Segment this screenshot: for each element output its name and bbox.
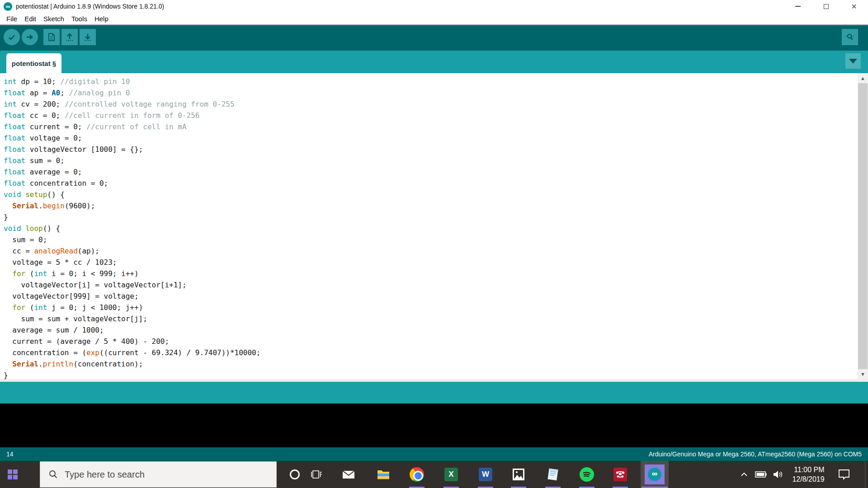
taskbar-app-mendeley[interactable] (607, 461, 634, 488)
tray-time: 11:00 PM (792, 465, 824, 474)
clock[interactable]: 11:00 PM 12/8/2019 (788, 461, 829, 488)
document-icon (47, 33, 56, 42)
console-output (0, 404, 868, 447)
code-line: float voltageVector [1000] = {}; (4, 144, 856, 155)
minimize-button[interactable] (784, 0, 812, 13)
status-line-number: 14 (6, 450, 14, 458)
open-sketch-button[interactable] (61, 29, 78, 45)
taskbar-app-spotify[interactable] (573, 461, 600, 488)
minimize-icon (795, 6, 801, 7)
code-line: float sum = 0; (4, 155, 856, 166)
volume-control[interactable] (769, 461, 787, 488)
code-line: float ap = A0; //analog pin 0 (4, 87, 856, 99)
show-desktop-button[interactable] (865, 461, 868, 488)
new-sketch-button[interactable] (43, 29, 60, 45)
code-line: for (int i = 0; i < 999; i++) (4, 268, 856, 279)
word-icon: W (479, 468, 492, 481)
arduino-app-icon: ∞ (4, 2, 12, 11)
verify-button[interactable] (4, 29, 20, 45)
task-view-icon (311, 469, 322, 480)
scrollbar-thumb[interactable] (858, 83, 868, 369)
taskbar-app-file-explorer[interactable] (370, 461, 397, 488)
code-line: concentration = (exp((current - 69.324) … (4, 347, 856, 358)
notepad-icon (546, 467, 560, 482)
code-text[interactable]: int dp = 10; //digital pin 10float ap = … (4, 76, 856, 381)
code-line: sum = 0; (4, 234, 856, 245)
status-board-info: Arduino/Genuino Mega or Mega 2560, ATmeg… (649, 450, 862, 458)
code-line: Serial.println(concentration); (4, 358, 856, 370)
menu-edit[interactable]: Edit (21, 15, 40, 23)
task-view-button[interactable] (307, 461, 326, 488)
menu-help[interactable]: Help (91, 15, 112, 23)
code-line: void loop() { (4, 223, 856, 234)
code-line: cc = analogRead(ap); (4, 245, 856, 257)
code-line: voltageVector[i] = voltageVector[i+1]; (4, 279, 856, 291)
taskbar-app-mail[interactable] (335, 461, 362, 488)
battery-icon (755, 471, 767, 478)
tray-overflow-button[interactable] (736, 461, 752, 488)
arrow-up-icon (65, 33, 74, 42)
tab-potentiostat[interactable]: potentiostat § (6, 53, 61, 73)
taskbar-app-notepad[interactable] (539, 461, 566, 488)
code-line: void setup() { (4, 189, 856, 200)
taskbar-app-arduino[interactable]: ∞ (641, 461, 669, 488)
battery-status[interactable] (752, 461, 769, 488)
scroll-down-icon[interactable]: ▼ (858, 369, 868, 379)
taskbar-app-chrome[interactable] (403, 461, 430, 488)
maximize-icon (824, 4, 829, 9)
arduino-taskbar-icon: ∞ (645, 465, 665, 484)
code-line: float current = 0; //current of cell in … (4, 121, 856, 132)
menu-bar: File Edit Sketch Tools Help (0, 13, 868, 24)
close-button[interactable]: × (840, 0, 868, 13)
spotify-icon (580, 467, 594, 482)
chevron-up-icon (741, 472, 748, 477)
taskbar-app-excel[interactable]: X (438, 461, 465, 488)
menu-tools[interactable]: Tools (68, 15, 91, 23)
code-line: voltageVector[999] = voltage; (4, 291, 856, 302)
code-editor[interactable]: int dp = 10; //digital pin 10float ap = … (0, 73, 868, 382)
message-area (0, 382, 868, 404)
code-line: } (4, 211, 856, 223)
magnifier-icon (845, 32, 855, 42)
folder-icon (376, 467, 391, 482)
code-line: float voltage = 0; (4, 132, 856, 144)
scroll-up-icon[interactable]: ▲ (858, 73, 868, 83)
chevron-down-icon (849, 59, 857, 64)
speaker-icon (773, 470, 783, 479)
taskbar-app-photos[interactable] (505, 461, 532, 488)
code-line: sum = sum + voltageVector[j]; (4, 313, 856, 324)
tab-list-button[interactable] (845, 53, 861, 69)
save-sketch-button[interactable] (80, 29, 96, 45)
mendeley-icon (613, 468, 627, 481)
taskbar-search-input[interactable]: Type here to search (40, 461, 277, 488)
code-line: for (int j = 0; j < 1000; j++) (4, 302, 856, 313)
menu-sketch[interactable]: Sketch (40, 15, 68, 23)
maximize-button[interactable] (812, 0, 840, 13)
code-line: } (4, 370, 856, 381)
serial-monitor-button[interactable] (842, 29, 858, 45)
upload-button[interactable] (22, 29, 38, 45)
vertical-scrollbar[interactable]: ▲ ▼ (858, 73, 868, 379)
arrow-right-icon (25, 33, 34, 42)
code-line: Serial.begin(9600); (4, 200, 856, 211)
toolbar (0, 24, 868, 51)
taskbar-app-word[interactable]: W (472, 461, 499, 488)
excel-icon: X (444, 468, 458, 481)
window-title: potentiostat | Arduino 1.8.9 (Windows St… (16, 3, 164, 10)
code-line: int dp = 10; //digital pin 10 (4, 76, 856, 87)
code-line: float cc = 0; //cell current in form of … (4, 110, 856, 121)
tab-bar: potentiostat § (0, 51, 868, 73)
tray-date: 12/8/2019 (792, 474, 824, 484)
code-line: int cv = 200; //controlled voltage rangi… (4, 99, 856, 110)
mail-icon (341, 467, 356, 482)
search-icon (48, 469, 58, 479)
action-center-button[interactable] (834, 461, 854, 488)
windows-logo-icon (8, 469, 18, 479)
search-placeholder: Type here to search (65, 469, 145, 480)
cortana-icon (290, 469, 300, 479)
cortana-button[interactable] (284, 461, 306, 488)
menu-file[interactable]: File (3, 15, 21, 23)
code-line: float average = 0; (4, 166, 856, 178)
start-button[interactable] (0, 461, 25, 488)
code-line: current = (average / 5 * 400) - 200; (4, 336, 856, 347)
